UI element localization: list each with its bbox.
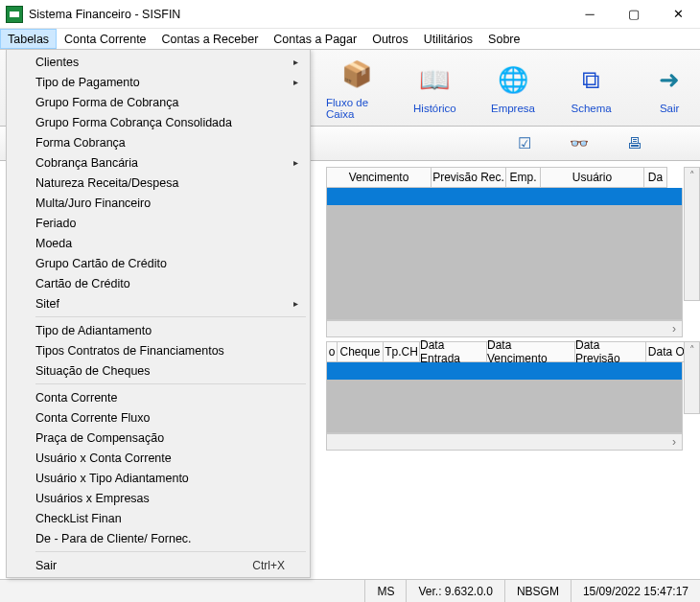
menu-separator — [35, 316, 306, 317]
grid-top-body[interactable] — [326, 205, 683, 320]
menu-item-label: Clientes — [35, 56, 79, 69]
exit-icon: ➜ — [651, 62, 688, 99]
print-icon[interactable]: 🖶 — [627, 135, 642, 152]
menu-item-label: Sitef — [35, 297, 59, 311]
col-tpch[interactable]: Tp.CH — [384, 341, 420, 362]
col-previsao-rec[interactable]: Previsão Rec. — [432, 167, 506, 188]
toolbar-label: Histórico — [413, 103, 456, 114]
menu-item-label: Conta Corrente Fluxo — [35, 411, 151, 425]
submenu-arrow-icon: ▸ — [293, 157, 298, 168]
scroll-right-icon: › — [672, 435, 676, 449]
status-version: Ver.: 9.632.0.0 — [406, 580, 503, 602]
minimize-button[interactable]: ─ — [568, 0, 612, 28]
menu-item[interactable]: Situação de Cheques — [9, 360, 308, 381]
col-vencimento[interactable]: Vencimento — [326, 167, 432, 188]
menu-item[interactable]: Forma Cobrança — [9, 132, 308, 152]
menu-conta-corrente[interactable]: Conta Corrente — [57, 29, 153, 49]
menu-item-label: Usuário x Conta Corrente — [35, 452, 172, 465]
submenu-arrow-icon: ▸ — [293, 57, 298, 67]
menu-item[interactable]: Usuário x Conta Corrente — [9, 448, 308, 468]
window-title: Sistema Financeiro - SISFIN — [29, 8, 180, 21]
grid-bottom-vscroll[interactable]: ˄ — [684, 341, 700, 414]
grid-bottom-hscroll[interactable]: › — [326, 433, 683, 451]
app-icon — [6, 6, 23, 23]
toolbar-empresa[interactable]: 🌐 Empresa — [482, 62, 544, 114]
close-button[interactable]: ✕ — [656, 0, 700, 28]
col-data-vencimento[interactable]: Data Vencimento — [487, 341, 575, 362]
menu-item[interactable]: Grupo Forma de Cobrança — [9, 92, 308, 112]
submenu-arrow-icon: ▸ — [293, 77, 298, 87]
menu-item-label: Tipo de Adiantamento — [35, 324, 152, 337]
menu-utilitarios[interactable]: Utilitários — [416, 29, 480, 49]
grid-top-vscroll[interactable]: ˄ — [684, 167, 700, 301]
glasses-icon[interactable]: 👓 — [570, 134, 589, 152]
grid-top-selected-row[interactable] — [326, 188, 683, 205]
menu-separator — [35, 551, 306, 552]
status-datetime: 15/09/2022 15:47:17 — [571, 580, 700, 602]
menu-item[interactable]: Conta Corrente — [9, 387, 308, 407]
menu-item-label: Usuários x Empresas — [35, 492, 150, 505]
menu-item[interactable]: Cartão de Crédito — [9, 273, 308, 293]
menu-item[interactable]: Tipo de Pagamento▸ — [9, 72, 308, 92]
grid-top-hscroll[interactable]: › — [326, 320, 683, 337]
menu-item-label: Cobrança Bancária — [35, 156, 138, 170]
menu-tabelas[interactable]: Tabelas — [0, 29, 57, 49]
menu-item[interactable]: Grupo Forma Cobrança Consolidada — [9, 112, 308, 132]
menu-contas-a-pagar[interactable]: Contas a Pagar — [266, 29, 364, 49]
menu-item-label: Multa/Juro Financeiro — [35, 197, 151, 210]
menu-sobre[interactable]: Sobre — [480, 29, 527, 49]
col-data-entrada[interactable]: Data Entrada — [420, 341, 487, 362]
menu-outros[interactable]: Outros — [364, 29, 416, 49]
menu-item-label: Tipos Contratos de Financiamentos — [35, 344, 224, 358]
menu-item-accel: Ctrl+X — [252, 559, 285, 572]
col-emp[interactable]: Emp. — [506, 167, 541, 188]
col-usuario[interactable]: Usuário — [541, 167, 644, 188]
toolbar-label: Sair — [660, 103, 679, 114]
history-icon: 📖 — [416, 62, 453, 99]
menu-item[interactable]: Natureza Receita/Despesa — [9, 173, 308, 193]
menu-item[interactable]: Usuário x Tipo Adiantamento — [9, 468, 308, 488]
menu-item-label: Forma Cobrança — [35, 136, 126, 150]
grid-bottom-body[interactable] — [326, 380, 683, 433]
grid-top: Vencimento Previsão Rec. Emp. Usuário Da… — [326, 167, 700, 337]
col-o[interactable]: o — [326, 341, 338, 362]
toolbar-sair[interactable]: ➜ Sair — [639, 62, 700, 114]
menu-item[interactable]: CheckList Finan — [9, 508, 308, 528]
menu-item-label: De - Para de Cliente/ Fornec. — [35, 532, 192, 545]
col-data-previsao[interactable]: Data Previsão — [575, 341, 646, 362]
schema-icon: ⧉ — [573, 62, 610, 99]
col-da[interactable]: Da — [644, 167, 667, 188]
toolbar-historico[interactable]: 📖 Histórico — [405, 62, 466, 114]
menu-item[interactable]: SairCtrl+X — [9, 555, 308, 575]
menu-item[interactable]: Tipo de Adiantamento — [9, 320, 308, 340]
menu-item[interactable]: Sitef▸ — [9, 293, 308, 313]
tabelas-dropdown: Clientes▸Tipo de Pagamento▸Grupo Forma d… — [6, 49, 311, 578]
menu-item[interactable]: Feriado — [9, 213, 308, 233]
menu-contas-a-receber[interactable]: Contas a Receber — [154, 29, 267, 49]
menu-item-label: CheckList Finan — [35, 512, 122, 525]
maximize-button[interactable]: ▢ — [612, 0, 656, 28]
menu-item-label: Praça de Compensação — [35, 431, 164, 445]
toolbar-label: Empresa — [491, 103, 535, 114]
menu-separator — [35, 383, 306, 384]
menu-item[interactable]: Usuários x Empresas — [9, 488, 308, 508]
menu-item[interactable]: Moeda — [9, 233, 308, 253]
status-host: NBSGM — [504, 580, 571, 602]
toolbar-fluxo-de-caixa[interactable]: 📦 Fluxo de Caixa — [326, 57, 387, 120]
menu-item-label: Grupo Forma Cobrança Consolidada — [35, 116, 232, 129]
menu-item-label: Feriado — [35, 217, 76, 230]
menu-item[interactable]: Tipos Contratos de Financiamentos — [9, 340, 308, 360]
menu-item[interactable]: Cobrança Bancária▸ — [9, 152, 308, 173]
menu-item[interactable]: Multa/Juro Financeiro — [9, 193, 308, 213]
menu-item-label: Conta Corrente — [35, 391, 117, 405]
menu-item[interactable]: De - Para de Cliente/ Fornec. — [9, 528, 308, 548]
check-icon[interactable]: ☑ — [518, 134, 531, 152]
toolbar-schema[interactable]: ⧉ Schema — [561, 62, 622, 114]
menu-item[interactable]: Conta Corrente Fluxo — [9, 407, 308, 428]
col-cheque[interactable]: Cheque — [338, 341, 384, 362]
menu-item[interactable]: Grupo Cartão de Crédito — [9, 253, 308, 273]
menu-item[interactable]: Praça de Compensação — [9, 428, 308, 448]
menu-item[interactable]: Clientes▸ — [9, 52, 308, 72]
menu-item-label: Situação de Cheques — [35, 364, 151, 378]
menu-item-label: Natureza Receita/Despesa — [35, 176, 178, 190]
